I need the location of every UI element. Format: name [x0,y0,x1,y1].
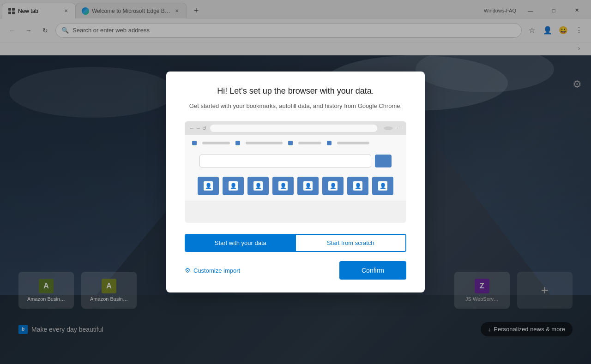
mock-sd-3: 👤 [247,177,269,195]
mock-addr-bar [210,125,377,132]
start-with-data-button[interactable]: Start with your data [186,235,296,251]
dialog-title: Hi! Let's set up the browser with your d… [185,86,406,96]
bm-2 [235,141,240,145]
confirm-button[interactable]: Confirm [339,261,406,280]
bm-1 [192,141,197,145]
mock-sd-6: 👤 [322,177,344,195]
bm-line-3 [298,142,321,144]
mock-person-6: 👤 [328,181,338,191]
dialog-subtitle: Get started with your bookmarks, autofil… [185,101,406,111]
customize-import-link[interactable]: ⚙ Customize import [185,267,240,274]
bm-4 [327,141,332,145]
bm-line-2 [246,142,283,144]
browser-mockup-illustration: ← → ↺ ⋯ [185,121,406,223]
mock-sd-4: 👤 [272,177,294,195]
mock-person-5: 👤 [303,181,313,191]
bm-3 [288,141,293,145]
bm-line-1 [202,142,230,144]
import-dialog: Hi! Let's set up the browser with your d… [166,72,425,293]
mock-speed-dial: 👤 👤 👤 👤 👤 👤 👤 👤 [192,177,399,195]
dialog-footer: ⚙ Customize import Confirm [185,261,406,280]
mock-more: ⋯ [397,125,402,131]
mock-close [384,126,393,130]
bm-line-4 [337,142,369,144]
mock-sd-5: 👤 [297,177,319,195]
mock-form [199,155,392,167]
mock-person-3: 👤 [253,181,263,191]
mock-person-1: 👤 [204,181,213,191]
mock-person-7: 👤 [353,181,362,191]
mock-person-8: 👤 [378,181,387,191]
customize-gear-icon: ⚙ [185,267,191,274]
mock-sd-8: 👤 [372,177,393,195]
mock-bookmark-bar [192,141,399,145]
mock-input-field [199,155,371,167]
mock-person-2: 👤 [229,181,238,191]
mock-sd-2: 👤 [223,177,244,195]
mock-sd-7: 👤 [347,177,368,195]
mock-person-4: 👤 [278,181,288,191]
mock-submit-btn [375,155,392,167]
customize-label: Customize import [193,267,240,274]
mock-nav: ← → ↺ [189,125,206,131]
import-options: Start with your data Start from scratch [185,234,406,252]
dialog-overlay: Hi! Let's set up the browser with your d… [0,0,591,364]
start-from-scratch-button[interactable]: Start from scratch [296,235,406,251]
mock-body: 👤 👤 👤 👤 👤 👤 👤 👤 [185,135,406,201]
mock-titlebar: ← → ↺ ⋯ [185,121,406,135]
mock-sd-1: 👤 [198,177,219,195]
